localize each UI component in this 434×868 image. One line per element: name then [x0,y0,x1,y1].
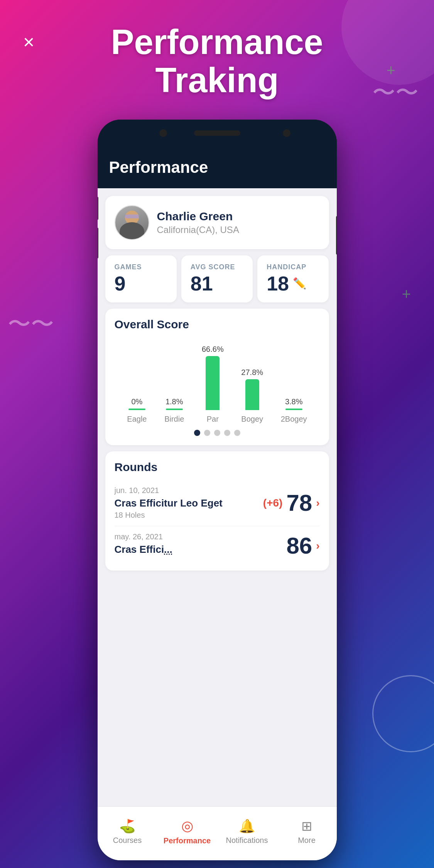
bar-eagle-line [128,409,145,410]
stat-games-value: 9 [115,273,167,295]
notifications-icon: 🔔 [239,818,255,834]
edit-handicap-icon[interactable]: ✏️ [293,278,306,290]
round-2-score-area: 86 › [286,532,319,559]
avatar-glasses [125,214,139,218]
bar-par-pct: 66.6% [202,345,224,354]
round-1-arrow[interactable]: › [316,497,319,509]
performance-icon: ◎ [181,818,193,834]
stat-games: GAMES 9 [105,255,177,302]
stat-avg: AVG SCORE 81 [181,255,253,302]
bar-bogey-bar [245,379,259,410]
bar-bogey: 27.8% Bogey [241,368,263,424]
front-camera [159,129,167,137]
more-icon: ⊞ [301,818,312,834]
dot-2[interactable] [204,430,210,436]
dot-1[interactable] [194,430,200,436]
app-header: Performance [98,147,337,188]
profile-name: Charlie Green [157,210,239,223]
bar-bogey-label: Bogey [241,415,263,424]
vol-down-button [98,228,98,258]
speaker [194,130,240,136]
round-1-name: Cras Efficitur Leo Eget [115,497,223,509]
stat-avg-label: AVG SCORE [191,263,243,271]
stat-games-label: GAMES [115,263,167,271]
avatar-body [120,222,144,240]
round-1-date: jun. 10, 2021 [115,486,223,495]
round-2-score: 86 [286,532,312,559]
avatar [115,205,149,240]
close-button[interactable]: × [23,31,34,53]
bar-2bogey-label: 2Bogey [281,415,307,424]
app-content[interactable]: Charlie Green California(CA), USA GAMES … [98,188,337,806]
dot-5[interactable] [234,430,240,436]
front-camera-2 [283,129,290,137]
nav-notifications-label: Notifications [226,836,268,845]
bar-birdie-line [166,409,183,410]
overall-score-section: Overall Score 0% Eagle 1.8% Birdie [105,309,329,445]
profile-info: Charlie Green California(CA), USA [157,210,239,235]
phone-top-bar [98,120,337,147]
bar-bogey-pct: 27.8% [241,368,263,377]
bar-par-label: Par [207,415,219,424]
profile-card: Charlie Green California(CA), USA [105,196,329,249]
bar-par: 66.6% Par [202,345,224,424]
nav-more-label: More [298,836,316,845]
stat-handicap: HANDICAP 18 ✏️ [257,255,329,302]
round-2-name: Cras Effici... [115,544,172,556]
round-1-info: jun. 10, 2021 Cras Efficitur Leo Eget 18… [115,486,223,520]
phone-frame: Performance Charlie Green California(CA)… [98,120,337,860]
power-button [336,216,337,255]
round-item-2[interactable]: may. 26, 2021 Cras Effici... 86 › [115,526,320,561]
round-1-holes: 18 Holes [115,511,223,520]
round-2-arrow[interactable]: › [316,540,319,552]
round-1-diff: (+6) [263,497,283,509]
header-title-line1: Performance [111,23,323,61]
rounds-title: Rounds [115,461,320,474]
bottom-nav: ⛳ Courses ◎ Performance 🔔 Notifications … [98,806,337,860]
page-header: Performance Traking [0,23,434,100]
nav-performance-label: Performance [164,836,211,845]
round-1-score: 78 [286,490,312,516]
bar-eagle-label: Eagle [127,415,147,424]
stats-row: GAMES 9 AVG SCORE 81 HANDICAP 18 ✏️ [105,255,329,302]
nav-courses[interactable]: ⛳ Courses [98,818,157,845]
bar-birdie-pct: 1.8% [165,397,183,406]
deco-wavy-2: 〜〜 [8,309,54,340]
stat-handicap-label: HANDICAP [267,263,319,271]
nav-courses-label: Courses [113,836,142,845]
dot-4[interactable] [224,430,230,436]
round-item-1[interactable]: jun. 10, 2021 Cras Efficitur Leo Eget 18… [115,480,320,526]
bar-2bogey-line [285,409,302,410]
bar-2bogey: 3.8% 2Bogey [281,397,307,424]
bar-birdie-label: Birdie [164,415,184,424]
rounds-section: Rounds jun. 10, 2021 Cras Efficitur Leo … [105,451,329,571]
bar-eagle-pct: 0% [131,397,142,406]
overall-score-title: Overall Score [115,318,320,331]
bar-birdie: 1.8% Birdie [164,397,184,424]
bar-par-bar [206,356,220,410]
app-screen-title: Performance [109,158,325,177]
courses-icon: ⛳ [119,818,135,834]
dot-3[interactable] [214,430,220,436]
header-title-line2: Traking [155,61,279,100]
round-1-score-area: (+6) 78 › [263,490,320,516]
nav-performance[interactable]: ◎ Performance [157,818,217,845]
round-2-info: may. 26, 2021 Cras Effici... [115,532,172,556]
bar-2bogey-pct: 3.8% [285,397,303,406]
stat-avg-value: 81 [191,273,243,295]
vol-up-button [98,197,98,220]
bar-chart: 0% Eagle 1.8% Birdie 66.6% Par [115,339,320,424]
bar-eagle: 0% Eagle [127,397,147,424]
pagination-dots [115,430,320,436]
deco-plus-2: + [402,285,411,303]
nav-more[interactable]: ⊞ More [277,818,337,845]
round-2-date: may. 26, 2021 [115,532,172,541]
app-screen: Performance Charlie Green California(CA)… [98,147,337,860]
profile-location: California(CA), USA [157,225,239,235]
stat-handicap-value: 18 ✏️ [267,273,319,295]
nav-notifications[interactable]: 🔔 Notifications [217,818,277,845]
